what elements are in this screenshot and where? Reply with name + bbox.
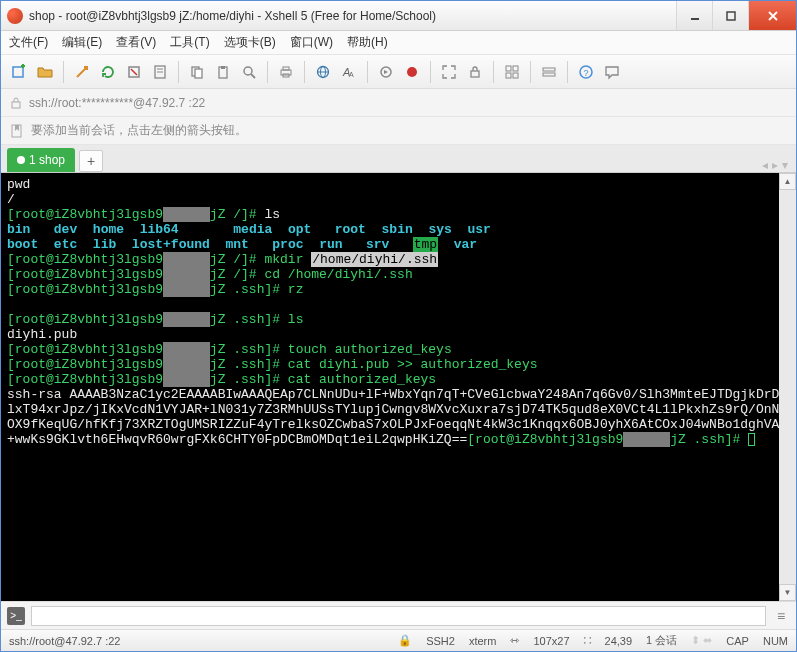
svg-rect-15 [221, 66, 225, 69]
svg-rect-33 [543, 68, 555, 71]
svg-rect-34 [543, 73, 555, 76]
status-size-icon: ⇿ [510, 634, 519, 647]
svg-text:A: A [349, 71, 354, 78]
status-arrows: ⬍ ⬌ [691, 634, 712, 647]
globe-button[interactable] [311, 60, 335, 84]
address-url[interactable]: ssh://root:***********@47.92.7 :22 [29, 96, 788, 110]
svg-rect-4 [13, 67, 23, 77]
menu-bar: 文件(F) 编辑(E) 查看(V) 工具(T) 选项卡(B) 窗口(W) 帮助(… [1, 31, 796, 55]
status-pos: 24,39 [605, 635, 633, 647]
status-protocol: SSH2 [426, 635, 455, 647]
menu-window[interactable]: 窗口(W) [290, 34, 333, 51]
title-bar: shop - root@iZ8vbhtj3lgsb9 jZ:/home/diyh… [1, 1, 796, 31]
maximize-button[interactable] [712, 1, 748, 30]
app-window: shop - root@iZ8vbhtj3lgsb9 jZ:/home/diyh… [0, 0, 797, 652]
prompt-icon: >_ [7, 607, 25, 625]
svg-rect-1 [727, 12, 735, 20]
svg-rect-31 [506, 73, 511, 78]
add-tab-button[interactable]: + [79, 150, 103, 172]
svg-rect-19 [283, 67, 289, 70]
tab-list-button[interactable]: ▾ [782, 158, 788, 172]
svg-line-17 [251, 74, 255, 78]
terminal-area: pwd / [root@iZ8vbhtj3lgsb9xxxxxxjZ /]# l… [1, 173, 796, 601]
compose-input[interactable] [31, 606, 766, 626]
svg-rect-37 [12, 102, 20, 108]
compose-bar: >_ ≡ [1, 601, 796, 629]
hint-bar: 要添加当前会话，点击左侧的箭头按钮。 [1, 117, 796, 145]
hint-text: 要添加当前会话，点击左侧的箭头按钮。 [31, 122, 247, 139]
menu-tools[interactable]: 工具(T) [170, 34, 209, 51]
lock-icon [9, 96, 23, 110]
reconnect-button[interactable] [96, 60, 120, 84]
menu-help[interactable]: 帮助(H) [347, 34, 388, 51]
status-sessions: 1 会话 [646, 633, 677, 648]
separator [304, 61, 305, 83]
script-button[interactable] [374, 60, 398, 84]
status-lock-icon: 🔒 [398, 634, 412, 647]
tab-nav: ◂ ▸ ▾ [762, 158, 796, 172]
font-button[interactable]: AA [337, 60, 361, 84]
status-num: NUM [763, 635, 788, 647]
connect-button[interactable] [70, 60, 94, 84]
tile-button[interactable] [500, 60, 524, 84]
menu-view[interactable]: 查看(V) [116, 34, 156, 51]
window-title: shop - root@iZ8vbhtj3lgsb9 jZ:/home/diyh… [29, 9, 676, 23]
tab-active[interactable]: 1 shop [7, 148, 75, 172]
tab-next-button[interactable]: ▸ [772, 158, 778, 172]
status-size: 107x27 [533, 635, 569, 647]
toolbar: AA ? [1, 55, 796, 89]
separator [267, 61, 268, 83]
separator [567, 61, 568, 83]
new-session-button[interactable] [7, 60, 31, 84]
status-term: xterm [469, 635, 497, 647]
svg-point-16 [244, 67, 252, 75]
separator [430, 61, 431, 83]
scroll-up-button[interactable]: ▲ [779, 173, 796, 190]
svg-rect-28 [471, 71, 479, 77]
status-bar: ssh://root@47.92.7 :22 🔒 SSH2 xterm ⇿ 10… [1, 629, 796, 651]
svg-rect-29 [506, 66, 511, 71]
terminal[interactable]: pwd / [root@iZ8vbhtj3lgsb9xxxxxxjZ /]# l… [1, 173, 779, 601]
lock-button[interactable] [463, 60, 487, 84]
minimize-button[interactable] [676, 1, 712, 30]
svg-rect-30 [513, 66, 518, 71]
layout-button[interactable] [537, 60, 561, 84]
open-folder-button[interactable] [33, 60, 57, 84]
svg-text:?: ? [584, 68, 589, 78]
terminal-cursor [748, 433, 755, 446]
terminal-scrollbar[interactable]: ▲ ▼ [779, 173, 796, 601]
paste-button[interactable] [211, 60, 235, 84]
scroll-down-button[interactable]: ▼ [779, 584, 796, 601]
menu-file[interactable]: 文件(F) [9, 34, 48, 51]
separator [530, 61, 531, 83]
close-button[interactable] [748, 1, 796, 30]
status-pos-icon: ⸬ [584, 634, 591, 647]
app-icon [7, 8, 23, 24]
address-bar: ssh://root:***********@47.92.7 :22 [1, 89, 796, 117]
properties-button[interactable] [148, 60, 172, 84]
tab-status-icon [17, 156, 25, 164]
separator [178, 61, 179, 83]
record-button[interactable] [400, 60, 424, 84]
chat-button[interactable] [600, 60, 624, 84]
svg-rect-32 [513, 73, 518, 78]
print-button[interactable] [274, 60, 298, 84]
svg-point-27 [407, 67, 417, 77]
tab-label: 1 shop [29, 153, 65, 167]
tab-strip: 1 shop + ◂ ▸ ▾ [1, 145, 796, 173]
svg-rect-13 [195, 69, 202, 78]
scroll-track[interactable] [779, 190, 796, 584]
menu-options[interactable]: 选项卡(B) [224, 34, 276, 51]
find-button[interactable] [237, 60, 261, 84]
separator [493, 61, 494, 83]
status-connection: ssh://root@47.92.7 :22 [9, 635, 120, 647]
status-cap: CAP [726, 635, 749, 647]
menu-edit[interactable]: 编辑(E) [62, 34, 102, 51]
disconnect-button[interactable] [122, 60, 146, 84]
copy-button[interactable] [185, 60, 209, 84]
compose-menu-button[interactable]: ≡ [772, 608, 790, 624]
fullscreen-button[interactable] [437, 60, 461, 84]
help-button[interactable]: ? [574, 60, 598, 84]
bookmark-icon[interactable] [9, 123, 25, 139]
tab-prev-button[interactable]: ◂ [762, 158, 768, 172]
